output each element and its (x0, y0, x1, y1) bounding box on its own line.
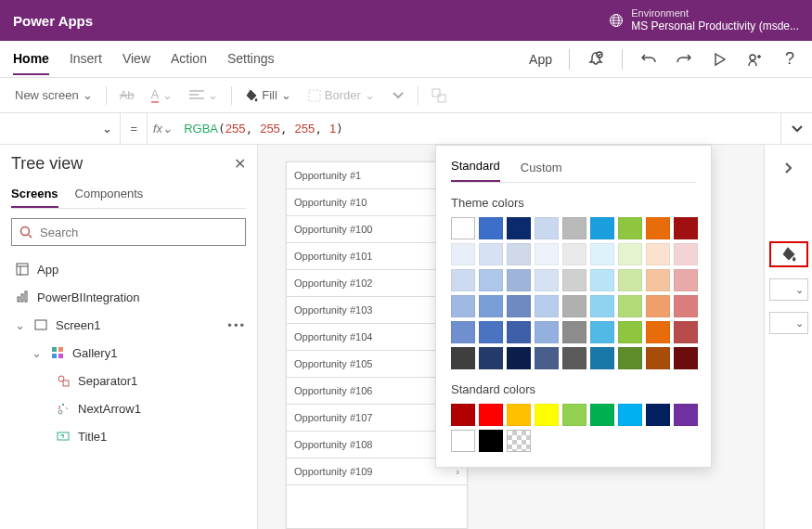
color-swatch[interactable] (646, 404, 670, 426)
color-swatch[interactable] (507, 269, 531, 291)
menu-insert[interactable]: Insert (70, 44, 102, 75)
color-swatch[interactable] (479, 217, 503, 239)
color-swatch[interactable] (646, 269, 670, 291)
color-swatch[interactable] (535, 243, 559, 265)
color-swatch[interactable] (562, 321, 586, 343)
border-button[interactable]: Border ⌄ (301, 84, 382, 106)
color-swatch[interactable] (479, 404, 503, 426)
tree-node-app[interactable]: App (11, 255, 246, 283)
play-button[interactable] (710, 50, 728, 69)
color-swatch[interactable] (674, 295, 698, 317)
color-swatch[interactable] (674, 404, 698, 426)
color-swatch[interactable] (562, 269, 586, 291)
color-swatch[interactable] (535, 269, 559, 291)
color-swatch[interactable] (535, 347, 559, 369)
color-swatch[interactable] (674, 217, 698, 239)
no-fill-swatch[interactable] (507, 430, 531, 452)
redo-button[interactable] (675, 50, 693, 69)
fx-label[interactable]: fx ⌄ (147, 113, 178, 144)
color-swatch[interactable] (479, 321, 503, 343)
more-icon[interactable]: ••• (227, 318, 246, 332)
treeview-tab-components[interactable]: Components (75, 187, 144, 208)
expand-panel-button[interactable] (779, 158, 799, 178)
menu-action[interactable]: Action (171, 44, 207, 75)
tree-node-separator1[interactable]: Separator1 (11, 367, 246, 394)
color-swatch[interactable] (507, 295, 531, 317)
color-swatch[interactable] (451, 295, 475, 317)
close-icon[interactable]: ✕ (234, 155, 246, 173)
color-swatch[interactable] (674, 269, 698, 291)
color-swatch[interactable] (451, 321, 475, 343)
color-swatch[interactable] (646, 243, 670, 265)
color-swatch[interactable] (535, 321, 559, 343)
app-menu[interactable]: App (529, 52, 552, 67)
colorpicker-tab-standard[interactable]: Standard (451, 159, 500, 182)
color-swatch[interactable] (590, 243, 614, 265)
formula-input[interactable]: RGBA(255, 255, 255, 1) (178, 122, 780, 135)
color-swatch[interactable] (451, 430, 475, 452)
tree-node-screen1[interactable]: ⌄ Screen1 ••• (11, 311, 246, 339)
new-screen-button[interactable]: New screen ⌄ (7, 84, 100, 106)
color-swatch[interactable] (646, 347, 670, 369)
color-swatch[interactable] (618, 347, 642, 369)
color-swatch[interactable] (507, 347, 531, 369)
menu-view[interactable]: View (122, 44, 150, 75)
color-swatch[interactable] (590, 347, 614, 369)
environment-picker[interactable]: Environment MS Personal Productivity (ms… (609, 7, 799, 33)
color-swatch[interactable] (562, 404, 586, 426)
color-swatch[interactable] (618, 217, 642, 239)
font-color-button[interactable]: A ⌄ (144, 84, 181, 107)
treeview-tab-screens[interactable]: Screens (11, 187, 58, 208)
color-swatch[interactable] (562, 347, 586, 369)
fill-button[interactable]: Fill ⌄ (238, 84, 299, 106)
color-swatch[interactable] (646, 321, 670, 343)
color-swatch[interactable] (479, 269, 503, 291)
color-swatch[interactable] (590, 295, 614, 317)
color-swatch[interactable] (618, 243, 642, 265)
color-swatch[interactable] (590, 404, 614, 426)
color-swatch[interactable] (674, 243, 698, 265)
app-checker-icon[interactable] (586, 50, 605, 69)
color-swatch[interactable] (618, 269, 642, 291)
color-swatch[interactable] (451, 404, 475, 426)
color-swatch[interactable] (590, 321, 614, 343)
color-swatch[interactable] (562, 243, 586, 265)
strikethrough-button[interactable]: Ab (112, 84, 142, 106)
color-swatch[interactable] (451, 347, 475, 369)
color-swatch[interactable] (451, 243, 475, 265)
property-dropdown[interactable]: ⌄ (0, 113, 121, 144)
color-swatch[interactable] (507, 321, 531, 343)
color-swatch[interactable] (674, 321, 698, 343)
tree-search[interactable] (11, 218, 246, 246)
undo-button[interactable] (639, 50, 658, 69)
expand-formula-button[interactable] (780, 113, 812, 144)
color-swatch[interactable] (618, 295, 642, 317)
color-swatch[interactable] (590, 217, 614, 239)
color-swatch[interactable] (507, 217, 531, 239)
color-swatch[interactable] (674, 347, 698, 369)
menu-settings[interactable]: Settings (227, 44, 275, 75)
colorpicker-tab-custom[interactable]: Custom (521, 161, 562, 182)
color-swatch[interactable] (646, 217, 670, 239)
menu-home[interactable]: Home (13, 44, 49, 75)
fill-color-button[interactable] (769, 241, 808, 267)
color-swatch[interactable] (507, 404, 531, 426)
color-swatch[interactable] (535, 295, 559, 317)
color-swatch[interactable] (618, 404, 642, 426)
color-swatch[interactable] (646, 295, 670, 317)
color-swatch[interactable] (479, 347, 503, 369)
color-swatch[interactable] (507, 243, 531, 265)
color-swatch[interactable] (479, 295, 503, 317)
color-swatch[interactable] (479, 430, 503, 452)
more-chevron[interactable] (384, 87, 412, 104)
tree-node-nextarrow1[interactable]: NextArrow1 (11, 394, 246, 422)
search-input[interactable] (40, 226, 238, 239)
color-swatch[interactable] (451, 217, 475, 239)
align-button[interactable]: ⌄ (182, 84, 226, 106)
canvas[interactable]: Opportunity #1›Opportunity #10›Opportuni… (258, 145, 764, 529)
color-swatch[interactable] (535, 217, 559, 239)
color-swatch[interactable] (618, 321, 642, 343)
color-swatch[interactable] (562, 217, 586, 239)
tree-node-powerbi[interactable]: PowerBIIntegration (11, 283, 246, 311)
property-dropdown-1[interactable]: ⌄ (769, 278, 808, 301)
